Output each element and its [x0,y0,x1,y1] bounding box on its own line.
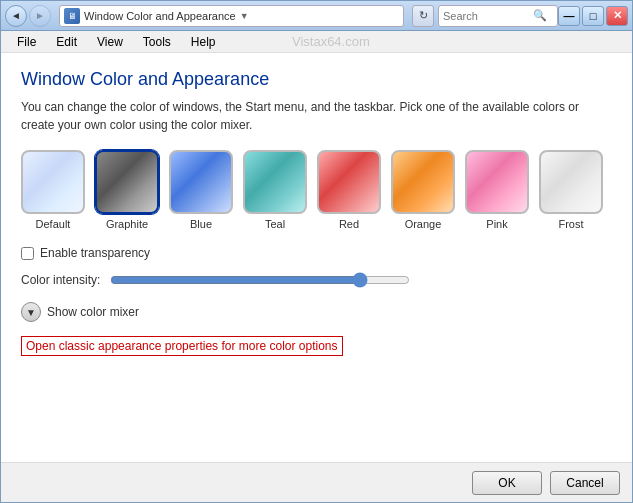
maximize-button[interactable]: □ [582,6,604,26]
title-bar: ◄ ► 🖥 Window Color and Appearance ▼ ↻ 🔍 [1,1,632,31]
classic-appearance-link[interactable]: Open classic appearance properties for m… [21,336,343,356]
cancel-button[interactable]: Cancel [550,471,620,495]
address-text: Window Color and Appearance [84,10,236,22]
back-button[interactable]: ◄ [5,5,27,27]
label-red: Red [339,218,359,230]
swatch-default[interactable] [21,150,85,214]
search-box[interactable]: 🔍 [438,5,558,27]
window-controls: — □ ✕ [558,6,628,26]
swatch-pink[interactable] [465,150,529,214]
refresh-icon: ↻ [419,9,428,22]
title-bar-left: ◄ ► 🖥 Window Color and Appearance ▼ ↻ 🔍 [5,5,558,27]
nav-buttons: ◄ ► [5,5,51,27]
address-icon: 🖥 [64,8,80,24]
color-item-pink[interactable]: Pink [465,150,529,230]
menu-tools[interactable]: Tools [135,33,179,51]
ok-button[interactable]: OK [472,471,542,495]
label-pink: Pink [486,218,507,230]
page-title: Window Color and Appearance [21,69,612,90]
mixer-row[interactable]: ▼ Show color mixer [21,302,612,322]
forward-button[interactable]: ► [29,5,51,27]
color-item-blue[interactable]: Blue [169,150,233,230]
color-item-teal[interactable]: Teal [243,150,307,230]
menu-help[interactable]: Help [183,33,224,51]
content-area: Window Color and Appearance You can chan… [1,53,632,462]
search-input[interactable] [443,10,533,22]
bottom-bar: OK Cancel [1,462,632,502]
swatch-frost[interactable] [539,150,603,214]
address-dropdown[interactable]: ▼ [240,11,249,21]
label-teal: Teal [265,218,285,230]
watermark: Vistax64.com [292,34,370,49]
swatch-red[interactable] [317,150,381,214]
menu-bar: File Edit View Tools Help Vistax64.com [1,31,632,53]
transparency-checkbox[interactable] [21,247,34,260]
color-item-red[interactable]: Red [317,150,381,230]
maximize-icon: □ [590,10,597,22]
label-graphite: Graphite [106,218,148,230]
page-description: You can change the color of windows, the… [21,98,612,134]
color-item-graphite[interactable]: Graphite [95,150,159,230]
close-button[interactable]: ✕ [606,6,628,26]
label-blue: Blue [190,218,212,230]
transparency-row: Enable transparency [21,246,612,260]
chevron-down-icon: ▼ [26,307,36,318]
forward-icon: ► [35,10,45,21]
main-window: ◄ ► 🖥 Window Color and Appearance ▼ ↻ 🔍 [0,0,633,503]
menu-edit[interactable]: Edit [48,33,85,51]
color-item-frost[interactable]: Frost [539,150,603,230]
intensity-row: Color intensity: [21,272,612,288]
intensity-label: Color intensity: [21,273,100,287]
mixer-label[interactable]: Show color mixer [47,305,139,319]
swatch-orange[interactable] [391,150,455,214]
color-item-default[interactable]: Default [21,150,85,230]
menu-view[interactable]: View [89,33,131,51]
minimize-icon: — [564,10,575,22]
swatch-teal[interactable] [243,150,307,214]
refresh-button[interactable]: ↻ [412,5,434,27]
label-frost: Frost [558,218,583,230]
color-grid: Default Graphite Blue Teal Red Orange [21,150,612,230]
color-item-orange[interactable]: Orange [391,150,455,230]
minimize-button[interactable]: — [558,6,580,26]
search-icon[interactable]: 🔍 [533,9,547,22]
label-orange: Orange [405,218,442,230]
mixer-chevron-icon[interactable]: ▼ [21,302,41,322]
transparency-label[interactable]: Enable transparency [40,246,150,260]
swatch-graphite[interactable] [95,150,159,214]
close-icon: ✕ [613,9,622,22]
label-default: Default [36,218,71,230]
address-bar[interactable]: 🖥 Window Color and Appearance ▼ [59,5,404,27]
dropdown-arrow-icon: ▼ [240,11,249,21]
intensity-slider[interactable] [110,272,410,288]
back-icon: ◄ [11,10,21,21]
menu-file[interactable]: File [9,33,44,51]
swatch-blue[interactable] [169,150,233,214]
